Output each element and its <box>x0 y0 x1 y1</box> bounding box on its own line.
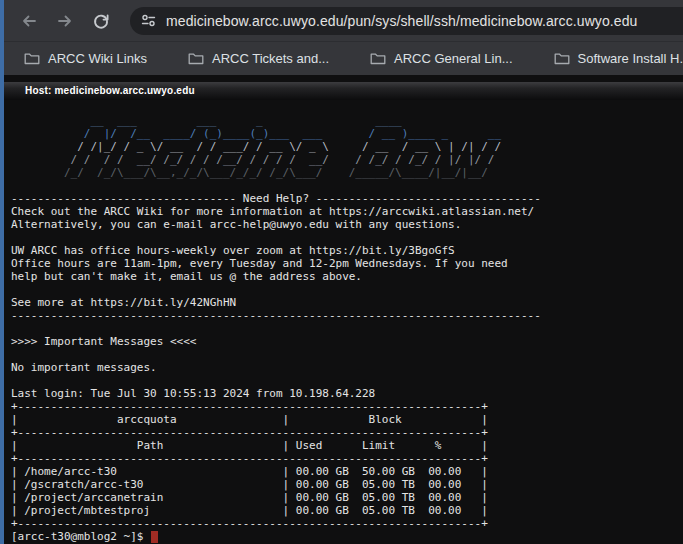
bookmark-folder-item[interactable]: ARCC Wiki Links <box>16 51 147 66</box>
terminal-line: >>>> Important Messages <<<< <box>11 335 683 348</box>
terminal-line: +---------------------------------------… <box>11 400 683 413</box>
bookmark-folder-item[interactable]: Software Install H... <box>546 51 683 66</box>
terminal-output[interactable]: __ ___ ___ _ ____ / |/ /__ ____/ (_)____… <box>0 100 683 543</box>
ascii-art-line: / /|_/ / _ \/ __ / / ___/ / __ \/ _ \ / … <box>11 140 683 153</box>
terminal-cursor[interactable] <box>151 531 158 543</box>
terminal-line: UW ARCC has office hours-weekly over zoo… <box>11 244 683 257</box>
terminal-line <box>11 179 683 192</box>
terminal-line: See more at https://bit.ly/42NGhHN <box>11 296 683 309</box>
terminal-lines: __ ___ ___ _ ____ / |/ /__ ____/ (_)____… <box>11 101 683 530</box>
url-text: medicinebow.arcc.uwyo.edu/pun/sys/shell/… <box>166 13 637 29</box>
terminal-line <box>11 101 683 114</box>
terminal-line <box>11 231 683 244</box>
terminal-line: Office hours are 11am-1pm, every Tuesday… <box>11 257 683 270</box>
terminal-line: Alternatively, you can e-mail arcc-help@… <box>11 218 683 231</box>
terminal-line: | Path | Used Limit % | <box>11 439 683 452</box>
forward-button[interactable] <box>50 6 80 36</box>
folder-icon <box>554 52 570 65</box>
bookmark-folder-item[interactable]: ARCC Tickets and... <box>180 51 329 66</box>
back-button[interactable] <box>14 6 44 36</box>
browser-toolbar: medicinebow.arcc.uwyo.edu/pun/sys/shell/… <box>0 0 683 41</box>
ascii-art-line: /_/ /_/\___/\__,_/_/\___/_/_/ /_/\___/ /… <box>11 166 683 179</box>
shell-prompt-line: [arcc-t30@mblog2 ~]$ <box>11 530 683 543</box>
terminal-line: | arccquota | Block | <box>11 413 683 426</box>
folder-icon <box>24 52 40 65</box>
terminal-line: +---------------------------------------… <box>11 517 683 530</box>
ascii-art-line: / / / / __/ /_/ / / /__/ / / / / __/ / /… <box>11 153 683 166</box>
bookmarks-bar: ARCC Wiki Links ARCC Tickets and... ARCC… <box>0 41 683 75</box>
address-bar[interactable]: medicinebow.arcc.uwyo.edu/pun/sys/shell/… <box>130 7 683 35</box>
shell-prompt: [arcc-t30@mblog2 ~]$ <box>11 530 150 543</box>
terminal-line: ---------------------------------- Need … <box>11 192 683 205</box>
terminal-line <box>11 374 683 387</box>
terminal-line: help but can't make it, email us @ the a… <box>11 270 683 283</box>
terminal-line: Last login: Tue Jul 30 10:55:13 2024 fro… <box>11 387 683 400</box>
ascii-art-line: / |/ /__ ____/ (_)____(_)___ ___ / __ )_… <box>11 127 683 140</box>
terminal-line: No important messages. <box>11 361 683 374</box>
folder-icon <box>370 52 386 65</box>
site-settings-icon[interactable] <box>140 12 157 29</box>
bookmark-folder-item[interactable]: ARCC General Lin... <box>362 51 513 66</box>
window-edge-accent <box>0 0 4 544</box>
back-arrow-icon <box>19 11 39 31</box>
terminal-line: | /project/mbtestproj | 00.00 GB 05.00 T… <box>11 504 683 517</box>
terminal-line <box>11 348 683 361</box>
refresh-button[interactable] <box>86 6 116 36</box>
ascii-art-line: __ ___ ___ _ ____ <box>11 114 683 127</box>
terminal-line: | /home/arcc-t30 | 00.00 GB 50.00 GB 00.… <box>11 465 683 478</box>
host-bar: Host: medicinebow.arcc.uwyo.edu <box>0 82 683 100</box>
terminal-line: +---------------------------------------… <box>11 452 683 465</box>
terminal-line: ----------------------------------------… <box>11 309 683 322</box>
terminal-line: Check out the ARCC Wiki for more informa… <box>11 205 683 218</box>
terminal-line: | /project/arccanetrain | 00.00 GB 05.00… <box>11 491 683 504</box>
refresh-icon <box>91 11 111 31</box>
terminal-line <box>11 322 683 335</box>
terminal-line: | /gscratch/arcc-t30 | 00.00 GB 05.00 TB… <box>11 478 683 491</box>
terminal-line <box>11 283 683 296</box>
bookmark-label: ARCC Wiki Links <box>48 51 147 66</box>
terminal-line: +---------------------------------------… <box>11 426 683 439</box>
bookmark-label: Software Install H... <box>578 51 683 66</box>
bookmark-label: ARCC Tickets and... <box>212 51 329 66</box>
shell-page: Host: medicinebow.arcc.uwyo.edu __ ___ _… <box>0 82 683 544</box>
forward-arrow-icon <box>55 11 75 31</box>
bookmark-label: ARCC General Lin... <box>394 51 513 66</box>
folder-icon <box>188 52 204 65</box>
